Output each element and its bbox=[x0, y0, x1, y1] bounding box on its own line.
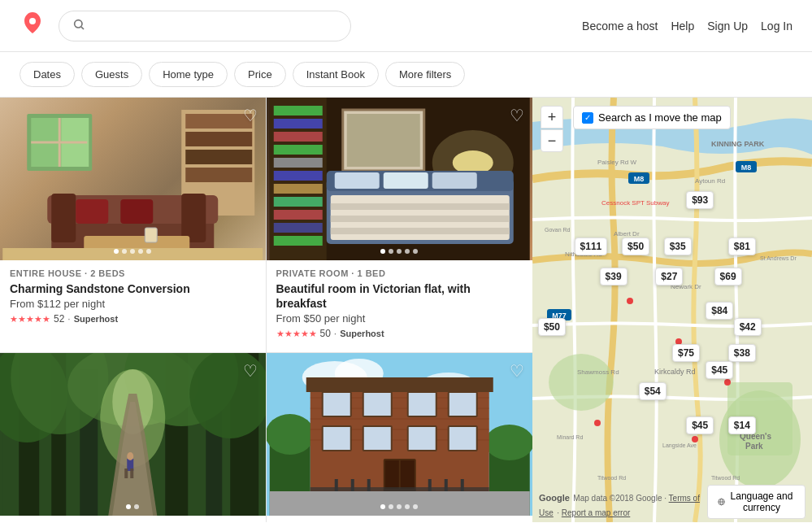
search-input[interactable]: Pollokshields · Homes bbox=[92, 20, 337, 33]
svg-point-113 bbox=[627, 298, 633, 304]
svg-rect-30 bbox=[273, 171, 322, 181]
listing-info: PRIVATE ROOM · 1 BED Quiet private room … bbox=[0, 516, 266, 522]
svg-rect-11 bbox=[185, 168, 252, 182]
listing-title: Beautiful room in Victorian flat, with b… bbox=[276, 281, 523, 311]
price-pin[interactable]: $38 bbox=[728, 344, 756, 362]
svg-rect-28 bbox=[273, 145, 322, 155]
price-pin[interactable]: $81 bbox=[728, 238, 756, 255]
listing-card[interactable]: ♡ ENTIRE HOUSE · 2 BEDS Charming Sandsto… bbox=[0, 98, 267, 353]
svg-text:Paisley Rd W: Paisley Rd W bbox=[597, 159, 636, 166]
dot bbox=[130, 249, 135, 254]
filter-bar: DatesGuestsHome typePriceInstant BookMor… bbox=[0, 52, 812, 98]
price-pin[interactable]: $14 bbox=[728, 416, 756, 434]
listing-rating: ★★★★★ 50 · Superhost bbox=[276, 328, 523, 339]
listing-rating: ★★★★★ 52 · Superhost bbox=[10, 313, 256, 325]
become-host-link[interactable]: Become a host bbox=[582, 20, 658, 33]
price-pin[interactable]: $54 bbox=[639, 382, 667, 400]
svg-rect-94 bbox=[400, 460, 414, 489]
price-pin[interactable]: $50 bbox=[538, 318, 566, 336]
sign-up-link[interactable]: Sign Up bbox=[707, 20, 748, 33]
svg-text:M8: M8 bbox=[634, 175, 645, 183]
filter-dates-button[interactable]: Dates bbox=[20, 62, 75, 87]
filter-price-button[interactable]: Price bbox=[234, 62, 286, 87]
language-currency-button[interactable]: Language and currency bbox=[707, 485, 805, 519]
svg-rect-49 bbox=[330, 216, 509, 222]
svg-rect-83 bbox=[306, 377, 493, 392]
price-pin[interactable]: $45 bbox=[706, 361, 733, 379]
listing-card[interactable]: ♡ PRIVATE ROOM · 1 BED Quiet private roo… bbox=[0, 353, 267, 522]
review-count: 52 bbox=[54, 313, 64, 325]
log-in-link[interactable]: Log In bbox=[761, 20, 792, 33]
listing-info: PRIVATE ROOM · 1 BED Bright warm room in… bbox=[267, 516, 533, 522]
svg-text:Albert Dr: Albert Dr bbox=[614, 230, 640, 238]
wishlist-button[interactable]: ♡ bbox=[510, 106, 524, 125]
main-content: ♡ ENTIRE HOUSE · 2 BEDS Charming Sandsto… bbox=[0, 98, 812, 522]
search-icon bbox=[72, 18, 85, 34]
price-pin[interactable]: $69 bbox=[714, 268, 742, 285]
svg-point-76 bbox=[484, 425, 532, 460]
svg-rect-17 bbox=[120, 199, 153, 224]
map-data-text: Map data ©2018 Google · bbox=[573, 494, 668, 503]
svg-rect-35 bbox=[273, 236, 322, 246]
svg-rect-34 bbox=[273, 223, 322, 233]
listing-type: PRIVATE ROOM · 1 BED bbox=[276, 268, 523, 278]
listing-card[interactable]: ♡ PRIVATE ROOM · 1 BED Bright warm room … bbox=[267, 353, 533, 522]
search-as-move-label: Search as I move the map bbox=[598, 111, 722, 124]
price-pin[interactable]: $93 bbox=[686, 191, 714, 209]
price-pin[interactable]: $84 bbox=[706, 302, 733, 320]
listing-title: Charming Sandstone Conversion bbox=[10, 281, 256, 296]
search-as-move-toggle[interactable]: ✓ Search as I move the map bbox=[573, 106, 731, 129]
svg-rect-86 bbox=[407, 392, 436, 416]
wishlist-button[interactable]: ♡ bbox=[510, 361, 524, 381]
svg-rect-88 bbox=[322, 426, 350, 451]
price-pin[interactable]: $45 bbox=[686, 416, 714, 434]
zoom-out-button[interactable]: − bbox=[541, 129, 563, 152]
svg-text:Langside Ave: Langside Ave bbox=[662, 442, 697, 449]
zoom-in-button[interactable]: + bbox=[541, 106, 563, 129]
report-map-link[interactable]: Report a map error bbox=[562, 508, 630, 517]
search-bar[interactable]: Pollokshields · Homes bbox=[59, 11, 351, 41]
dot bbox=[405, 504, 410, 509]
listing-card[interactable]: ♡ PRIVATE ROOM · 1 BED Beautiful room in… bbox=[267, 98, 533, 353]
map-attribution: Google Map data ©2018 Google · Terms of … bbox=[539, 490, 707, 519]
wishlist-button[interactable]: ♡ bbox=[243, 106, 258, 125]
filter-instant-book-button[interactable]: Instant Book bbox=[293, 62, 379, 87]
checkbox-icon: ✓ bbox=[582, 112, 593, 124]
filter-home-type-button[interactable]: Home type bbox=[149, 62, 228, 87]
svg-rect-44 bbox=[334, 172, 379, 189]
listing-image-wrap: ♡ bbox=[267, 98, 533, 260]
svg-point-116 bbox=[594, 420, 601, 426]
listing-info: PRIVATE ROOM · 1 BED Beautiful room in V… bbox=[267, 260, 533, 352]
superhost-badge: Superhost bbox=[74, 314, 118, 324]
review-count: 50 bbox=[320, 328, 331, 339]
header: Pollokshields · Homes Become a host Help… bbox=[0, 0, 812, 52]
svg-point-0 bbox=[75, 20, 82, 27]
filter-more-filters-button[interactable]: More filters bbox=[385, 62, 465, 87]
map-panel: M8 M8 M77 Paisley Rd W Aytoun Rd Albert … bbox=[532, 98, 812, 522]
dot bbox=[134, 504, 139, 509]
svg-text:Park: Park bbox=[745, 442, 763, 451]
svg-rect-9 bbox=[185, 132, 252, 146]
price-pin[interactable]: $50 bbox=[622, 238, 649, 255]
svg-text:Titwood Rd: Titwood Rd bbox=[711, 475, 740, 481]
svg-rect-45 bbox=[383, 172, 428, 189]
listing-image-wrap: ♡ bbox=[0, 98, 266, 260]
price-pin[interactable]: $42 bbox=[734, 318, 762, 336]
price-pin[interactable]: $75 bbox=[672, 344, 700, 362]
airbnb-logo[interactable] bbox=[20, 11, 46, 41]
svg-text:Minard Rd: Minard Rd bbox=[557, 434, 583, 440]
svg-rect-32 bbox=[273, 197, 322, 207]
price-pin[interactable]: $111 bbox=[575, 238, 608, 255]
price-pin[interactable]: $35 bbox=[664, 238, 692, 255]
header-nav: Become a host Help Sign Up Log In bbox=[582, 20, 792, 33]
svg-rect-14 bbox=[51, 194, 76, 242]
price-pin[interactable]: $27 bbox=[655, 268, 683, 285]
dot bbox=[397, 249, 402, 254]
svg-rect-50 bbox=[330, 228, 509, 234]
filter-guests-button[interactable]: Guests bbox=[81, 62, 142, 87]
svg-rect-27 bbox=[273, 132, 322, 142]
superhost-badge: Superhost bbox=[340, 329, 384, 338]
price-pin[interactable]: $39 bbox=[600, 268, 627, 285]
help-link[interactable]: Help bbox=[671, 20, 694, 33]
wishlist-button[interactable]: ♡ bbox=[243, 361, 258, 381]
